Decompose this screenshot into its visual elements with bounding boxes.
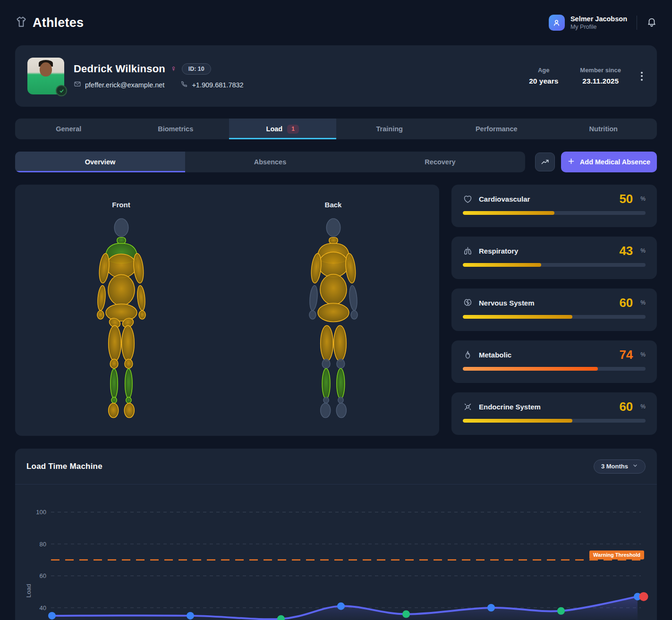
body-part-foot-left[interactable]: [108, 403, 118, 418]
tab-biometrics[interactable]: Biometrics: [122, 119, 230, 139]
data-point-3[interactable]: [277, 615, 285, 620]
data-point-4[interactable]: [337, 603, 345, 610]
tab-label: Load: [266, 125, 283, 133]
body-part-knee-right[interactable]: [337, 359, 345, 369]
data-point-5[interactable]: [402, 611, 410, 618]
body-part-shin-left[interactable]: [110, 369, 117, 399]
body-part-lower-back[interactable]: [320, 274, 347, 305]
heart-icon: [463, 194, 473, 204]
trend-chart-button[interactable]: [535, 153, 555, 171]
body-part-calf-left[interactable]: [322, 368, 330, 399]
body-part-ankle-right[interactable]: [338, 397, 343, 403]
body-part-forearm-left[interactable]: [97, 285, 106, 311]
time-range-dropdown[interactable]: 3 Months: [594, 459, 646, 474]
body-part-knee-left[interactable]: [322, 359, 330, 369]
body-part-forearm-right[interactable]: [136, 285, 146, 311]
data-point-7[interactable]: [557, 607, 565, 615]
subtab-overview[interactable]: Overview: [15, 152, 185, 172]
tab-load[interactable]: Load1: [229, 119, 336, 139]
system-label: Endocrine System: [479, 403, 541, 411]
subtab-absences[interactable]: Absences: [185, 152, 355, 172]
body-part-ankle-right[interactable]: [126, 397, 131, 403]
body-part-forearm-left[interactable]: [309, 285, 318, 311]
tab-label: Biometrics: [158, 125, 193, 133]
body-map-back: Back: [227, 201, 439, 436]
body-part-hand-left[interactable]: [97, 311, 103, 319]
body-part-glutes[interactable]: [318, 303, 349, 322]
chevron-down-icon: [632, 463, 638, 470]
system-progress-track: [463, 211, 646, 215]
system-label: Metabolic: [479, 351, 511, 359]
endocrine-icon: [463, 402, 473, 412]
system-label: Respiratory: [479, 247, 518, 255]
body-part-hand-right[interactable]: [139, 311, 145, 319]
body-part-pelvis[interactable]: [106, 304, 137, 321]
body-part-upper-arm-left[interactable]: [310, 253, 322, 284]
system-progress-fill: [463, 211, 554, 215]
body-part-forearm-right[interactable]: [349, 285, 358, 311]
athlete-email[interactable]: pfeffer.erick@example.net: [74, 80, 164, 89]
system-progress-track: [463, 419, 646, 423]
body-part-ankle-left[interactable]: [111, 397, 117, 403]
email-icon: [74, 80, 81, 89]
body-part-thigh-right[interactable]: [121, 325, 134, 361]
body-part-knee-right[interactable]: [125, 359, 133, 369]
body-part-foot-right[interactable]: [336, 403, 346, 418]
sub-tabs: OverviewAbsencesRecovery: [15, 152, 525, 172]
user-menu[interactable]: Selmer Jacobson My Profile: [570, 15, 627, 30]
data-point-6[interactable]: [487, 604, 495, 612]
body-part-upper-arm-right[interactable]: [132, 253, 145, 284]
body-part-upper-arm-left[interactable]: [98, 253, 110, 284]
body-part-calf-right[interactable]: [337, 368, 345, 399]
subtab-recovery[interactable]: Recovery: [355, 152, 525, 172]
data-point-2[interactable]: [187, 612, 194, 620]
body-part-foot-left[interactable]: [320, 403, 330, 418]
more-options-kebab-icon[interactable]: [639, 69, 645, 84]
body-part-neck[interactable]: [329, 238, 337, 244]
data-point-1[interactable]: [48, 612, 56, 620]
back-body-figure[interactable]: [300, 214, 366, 419]
load-chart-area: 406080100LoadWarning Threshold: [15, 484, 657, 620]
load-time-machine-header: Load Time Machine 3 Months: [15, 449, 657, 484]
body-part-foot-right[interactable]: [124, 403, 134, 418]
tab-performance[interactable]: Performance: [443, 119, 550, 139]
body-part-ankle-left[interactable]: [323, 397, 329, 403]
tab-count-badge: 1: [287, 125, 299, 134]
divider: [637, 16, 637, 30]
add-medical-absence-button[interactable]: Add Medical Absence: [561, 152, 657, 172]
body-part-upper-back[interactable]: [318, 252, 348, 277]
percent-suffix: %: [640, 403, 646, 410]
athlete-name: Dedrick Wilkinson: [74, 63, 165, 75]
body-part-hamstring-left[interactable]: [320, 325, 333, 361]
body-part-shin-right[interactable]: [125, 369, 132, 399]
age-value: 20 years: [529, 77, 558, 85]
page-title: Athletes: [33, 16, 84, 30]
notifications-bell-icon[interactable]: [646, 17, 657, 29]
body-part-head[interactable]: [326, 219, 340, 237]
system-progress-fill: [463, 367, 598, 371]
system-progress-fill: [463, 419, 572, 423]
tab-general[interactable]: General: [15, 119, 122, 139]
body-part-knee-left[interactable]: [110, 359, 118, 369]
system-label: Nervous System: [479, 299, 535, 307]
tab-training[interactable]: Training: [336, 119, 443, 139]
system-progress-fill: [463, 315, 572, 319]
body-part-head[interactable]: [114, 219, 128, 237]
system-value: 43: [619, 245, 633, 257]
data-point-current[interactable]: [639, 592, 648, 601]
body-part-hand-right[interactable]: [351, 311, 357, 319]
user-avatar[interactable]: [549, 15, 565, 31]
system-card-nervous-system: Nervous System60%: [451, 289, 657, 331]
body-part-upper-arm-right[interactable]: [344, 253, 357, 284]
body-part-abdomen[interactable]: [108, 274, 135, 306]
body-part-hand-left[interactable]: [309, 311, 315, 319]
front-body-figure[interactable]: [88, 214, 154, 419]
body-part-hamstring-right[interactable]: [333, 325, 346, 361]
athlete-stats: Age 20 years Member since 23.11.2025: [529, 67, 621, 85]
tab-nutrition[interactable]: Nutrition: [550, 119, 657, 139]
body-part-thigh-left[interactable]: [108, 325, 121, 361]
athlete-phone[interactable]: +1.909.681.7832: [180, 80, 243, 89]
body-part-neck[interactable]: [117, 238, 125, 244]
system-card-metabolic: Metabolic74%: [451, 340, 657, 383]
y-tick-100: 100: [36, 509, 46, 516]
